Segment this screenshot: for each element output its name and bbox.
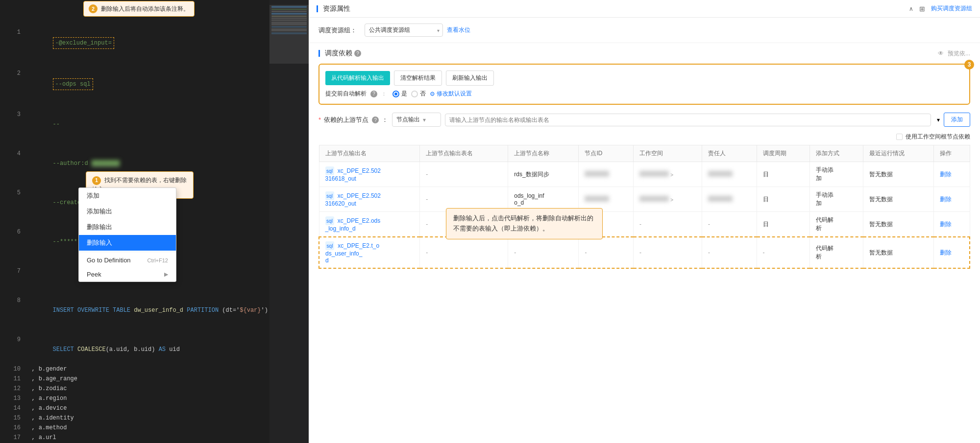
table-row: sql xc_DPE_E2.ods_log_info_d - - - - 日 代… — [319, 212, 970, 237]
td-output-name: sql xc_DPE_E2.ods_log_info_d — [319, 212, 420, 237]
td-period: 日 — [757, 187, 810, 212]
context-menu-item-del-output[interactable]: 删除输出 — [79, 219, 176, 235]
context-menu[interactable]: 添加 添加输出 删除输出 删除输入 Go to Definition Ctrl+… — [78, 187, 176, 282]
code-line: 12 , b.zodiac — [0, 384, 309, 394]
auto-parse-info[interactable]: ? — [370, 91, 377, 97]
delete-link[interactable]: 删除 — [940, 196, 952, 203]
annotation-4: 删除输入后，点击代码解析，将删除自动解析出的不需要的表输入（即上游依赖）。 — [446, 208, 603, 239]
code-line: 11 , b.age_range — [0, 374, 309, 384]
code-line: 13 , a.region — [0, 394, 309, 403]
th-add-type: 添加方式 — [810, 145, 863, 162]
td-last-run: 暂无数据 — [863, 187, 933, 212]
td-owner: - — [702, 237, 757, 268]
refresh-input-button[interactable]: 刷新输入输出 — [446, 70, 494, 86]
node-dep-info[interactable]: ? — [372, 117, 379, 123]
code-line: 14 , a.device — [0, 403, 309, 413]
node-type-icon: sql — [325, 241, 334, 250]
td-node-id: - — [579, 237, 634, 268]
td-workspace: - — [633, 212, 702, 237]
th-output-table: 上游节点输出表名 — [420, 145, 508, 162]
td-period: - — [757, 237, 810, 268]
td-owner — [702, 187, 757, 212]
annotation-num-2: 2 — [89, 4, 98, 13]
annotation-3-box: 3 从代码解析输入输出 清空解析结果 刷新输入输出 提交前自动解析 ? ： 是 — [318, 64, 970, 105]
minimap — [270, 0, 309, 443]
td-workspace: > — [633, 187, 702, 212]
parse-btn-row: 从代码解析输入输出 清空解析结果 刷新输入输出 — [325, 70, 963, 86]
td-output-name: sql xc_DPE_E2.502316620_out — [319, 187, 420, 212]
th-action: 操作 — [933, 145, 970, 162]
resource-section: 调度资源组： 公共调度资源组 查看水位 — [309, 18, 980, 43]
code-line: 3 -- — [0, 100, 309, 139]
th-node-name: 上游节点名称 — [508, 145, 579, 162]
node-input-row: * 依赖的上游节点 ? ： 节点输出 ▾ ▾ 添加 — [318, 113, 970, 127]
context-menu-item-goto[interactable]: Go to Definition Ctrl+F12 — [79, 253, 176, 267]
right-header-actions: ∧ ⊞ 购买调度资源组 — [909, 4, 972, 13]
td-node-name: - — [508, 237, 579, 268]
add-node-button[interactable]: 添加 — [944, 113, 970, 127]
th-period: 调度周期 — [757, 145, 810, 162]
node-type-icon: sql — [325, 166, 334, 175]
delete-link[interactable]: 删除 — [940, 171, 952, 178]
preview-icon[interactable]: 👁 — [938, 50, 944, 57]
radio-yes[interactable]: 是 — [392, 90, 407, 98]
delete-link[interactable]: 删除 — [940, 221, 952, 228]
resource-label: 调度资源组： — [318, 26, 357, 35]
node-search-input[interactable] — [445, 114, 931, 126]
td-owner: - — [702, 212, 757, 237]
radio-yes-icon — [392, 91, 399, 97]
context-menu-divider — [79, 252, 176, 252]
td-output-table: - — [420, 162, 508, 187]
td-add-type: 代码解析 — [810, 212, 863, 237]
right-header: 资源属性 ∧ ⊞ 购买调度资源组 — [309, 0, 980, 18]
th-output-name: 上游节点输出名 — [319, 145, 420, 162]
auto-parse-label: 提交前自动解析 — [325, 90, 367, 98]
node-type-icon: sql — [325, 216, 334, 225]
td-action: 删除 — [933, 212, 970, 237]
td-period: 日 — [757, 162, 810, 187]
clear-parse-button[interactable]: 清空解析结果 — [394, 70, 442, 86]
context-menu-item-peek[interactable]: Peek ▶ — [79, 267, 176, 281]
th-owner: 责任人 — [702, 145, 757, 162]
dep-info-icon[interactable]: ? — [354, 50, 361, 57]
code-editor: 2 删除输入后将自动添加该条注释。 1 -@exclude_input= 2 -… — [0, 0, 309, 443]
buy-resource-link[interactable]: 购买调度资源组 — [931, 4, 972, 13]
th-node-id: 节点ID — [579, 145, 634, 162]
code-line: 9 SELECT COALESCE(a.uid, b.uid) AS uid — [0, 325, 309, 364]
radio-no[interactable]: 否 — [411, 90, 426, 98]
td-owner — [702, 162, 757, 187]
td-last-run: 暂无数据 — [863, 212, 933, 237]
th-last-run: 最近运行情况 — [863, 145, 933, 162]
context-menu-item-add[interactable]: 添加 — [79, 188, 176, 204]
water-level-link[interactable]: 查看水位 — [447, 26, 470, 34]
radio-no-icon — [411, 91, 418, 97]
table-row: sql xc_DPE_E2.502316618_out - rds_数据同步 > — [319, 162, 970, 187]
workspace-checkbox-row: 使用工作空间根节点依赖 — [318, 133, 970, 141]
parse-from-code-button[interactable]: 从代码解析输入输出 — [325, 71, 390, 85]
code-line: 17 , a.url — [0, 433, 309, 443]
dep-header-right: 👁 预览依... — [938, 49, 970, 58]
delete-link[interactable]: 删除 — [940, 249, 952, 256]
default-settings-link[interactable]: ⚙ 修改默认设置 — [430, 90, 472, 98]
node-dep-label: * 依赖的上游节点 ? ： — [318, 116, 388, 124]
node-type-select[interactable]: 节点输出 ▾ — [392, 113, 441, 127]
right-header-title: 资源属性 — [317, 4, 350, 13]
code-line: 2 --odps sql — [0, 59, 309, 100]
td-node-name: rds_数据同步 — [508, 162, 579, 187]
td-node-id — [579, 162, 634, 187]
resource-group-select[interactable]: 公共调度资源组 — [365, 23, 443, 37]
td-workspace: > — [633, 162, 702, 187]
td-period: 日 — [757, 212, 810, 237]
dep-table-wrapper: 上游节点输出名 上游节点输出表名 上游节点名称 节点ID 工作空间 责任人 调度… — [318, 145, 970, 269]
context-menu-item-add-output[interactable]: 添加输出 — [79, 204, 176, 219]
td-add-type: 手动添加 — [810, 162, 863, 187]
td-last-run: 暂无数据 — [863, 162, 933, 187]
dep-title: 调度依赖 ? — [318, 49, 361, 58]
td-output-name: sql xc_DPE_E2.t_ods_user_info_d — [319, 237, 420, 268]
td-action: 删除 — [933, 187, 970, 212]
context-menu-item-del-input[interactable]: 删除输入 — [79, 235, 176, 251]
td-add-type: 代码解析 — [810, 237, 863, 268]
table-row-dashed: sql xc_DPE_E2.t_ods_user_info_d - - - - … — [319, 237, 970, 268]
auto-parse-row: 提交前自动解析 ? ： 是 否 ⚙ 修改默认设置 — [325, 90, 963, 98]
workspace-checkbox[interactable] — [896, 134, 903, 140]
